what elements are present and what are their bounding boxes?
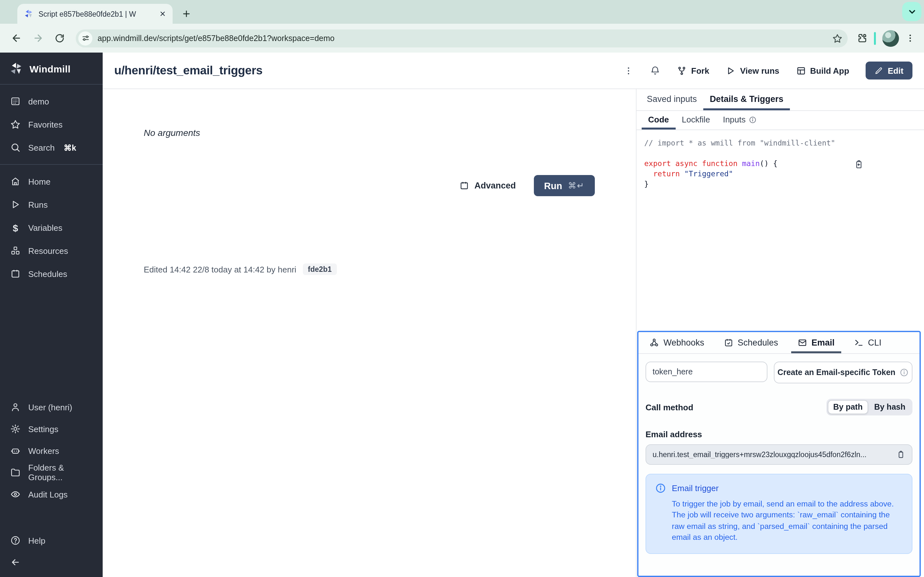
sidebar-collapse-button[interactable] [0, 551, 103, 573]
copy-icon[interactable] [897, 450, 905, 459]
create-email-token-button[interactable]: Create an Email-specific Token [774, 362, 913, 384]
view-runs-button[interactable]: View runs [726, 66, 779, 75]
sidebar: Windmill demo Favorites [0, 53, 103, 577]
new-tab-button[interactable] [178, 5, 194, 22]
edit-button[interactable]: Edit [866, 61, 913, 79]
code-viewer[interactable]: // import * as wmill from "windmill-clie… [636, 130, 924, 216]
sidebar-item-label: Resources [28, 246, 68, 255]
tab-schedules[interactable]: Schedules [717, 332, 784, 353]
build-app-button[interactable]: Build App [796, 66, 849, 75]
site-info-icon[interactable] [78, 31, 92, 45]
tab-email[interactable]: Email [791, 332, 841, 353]
gear-icon [10, 424, 21, 434]
token-input[interactable] [646, 362, 767, 382]
sidebar-item-label: Variables [28, 223, 62, 232]
sidebar-item-label: Settings [28, 424, 58, 434]
sidebar-item-settings[interactable]: Settings [0, 418, 103, 440]
tab-webhooks[interactable]: Webhooks [643, 332, 711, 353]
browser-menu-icon[interactable] [905, 33, 915, 43]
sidebar-item-label: Favorites [28, 119, 63, 129]
url-bar[interactable]: app.windmill.dev/scripts/get/e857be88e0f… [76, 29, 848, 47]
eye-icon [10, 489, 21, 500]
fork-button[interactable]: Fork [677, 66, 709, 75]
extensions-icon[interactable] [857, 33, 867, 44]
code-comment: // import * as wmill from "windmill-clie… [644, 139, 835, 147]
sidebar-item-workers[interactable]: Workers [0, 440, 103, 462]
browser-toolbar: app.windmill.dev/scripts/get/e857be88e0f… [0, 24, 924, 53]
sidebar-item-runs[interactable]: Runs [0, 193, 103, 216]
tab-lockfile[interactable]: Lockfile [675, 111, 716, 129]
window-chevron-button[interactable] [902, 2, 921, 21]
calendar-icon [10, 269, 21, 279]
sidebar-item-home[interactable]: Home [0, 170, 103, 193]
infobox-title: Email trigger [672, 484, 719, 493]
edited-row: Edited 14:42 22/8 today at 14:42 by henr… [144, 263, 337, 275]
edited-text: Edited 14:42 22/8 today at 14:42 by henr… [144, 264, 296, 274]
email-address-label: Email address [646, 430, 913, 439]
triggers-panel: Webhooks Schedules [637, 331, 921, 577]
run-row: Advanced Run ⌘↵ [103, 175, 595, 196]
sidebar-item-schedules[interactable]: Schedules [0, 262, 103, 285]
email-address-field[interactable]: u.henri.test_email_triggers+mrsw23zlouxg… [646, 444, 913, 465]
edit-label: Edit [888, 66, 903, 75]
version-badge[interactable]: fde2b1 [303, 263, 337, 275]
home-icon [10, 176, 21, 187]
sidebar-item-folders-groups[interactable]: Folders & Groups... [0, 462, 103, 484]
code-string: "Triggered" [684, 169, 733, 178]
browser-tab[interactable]: Script e857be88e0fde2b1 | W [17, 4, 173, 24]
sidebar-item-label: Workers [28, 446, 59, 456]
info-circle-icon [655, 483, 666, 494]
create-token-label: Create an Email-specific Token [777, 368, 895, 377]
email-trigger-infobox: Email trigger To trigger the job by emai… [646, 474, 913, 554]
forward-icon[interactable] [28, 29, 47, 48]
play-outline-icon [726, 66, 736, 75]
sidebar-item-favorites[interactable]: Favorites [0, 113, 103, 136]
sidebar-item-search[interactable]: Search ⌘k [0, 136, 103, 159]
windmill-brand[interactable]: Windmill [0, 53, 103, 84]
infobox-body: To trigger the job by email, send an ema… [672, 499, 903, 544]
sidebar-item-label: Home [28, 177, 50, 186]
call-method-toggle: By path By hash [826, 399, 913, 416]
bell-icon[interactable] [650, 65, 660, 76]
folder-icon [10, 467, 21, 478]
infobox-header: Email trigger [655, 483, 903, 494]
sidebar-group-bottom: User (henri) Settings Workers [0, 396, 103, 577]
advanced-button[interactable]: Advanced [460, 181, 516, 190]
url-text: app.windmill.dev/scripts/get/e857be88e0f… [97, 34, 827, 43]
tab-code[interactable]: Code [642, 111, 675, 129]
code-kw-async: async [671, 159, 698, 168]
tab-close-icon[interactable] [157, 9, 168, 19]
by-path-option[interactable]: By path [827, 400, 869, 414]
sidebar-item-variables[interactable]: $ Variables [0, 216, 103, 239]
tab-cli[interactable]: CLI [847, 332, 888, 353]
reload-icon[interactable] [50, 29, 69, 48]
workspace-grid-icon [10, 96, 21, 106]
tab-details-triggers[interactable]: Details & Triggers [703, 89, 790, 110]
sidebar-item-label: demo [28, 97, 49, 106]
tab-saved-inputs[interactable]: Saved inputs [640, 89, 703, 110]
run-label: Run [544, 181, 562, 191]
sidebar-item-help[interactable]: Help [0, 530, 103, 551]
sidebar-item-user[interactable]: User (henri) [0, 396, 103, 418]
brand-label: Windmill [29, 63, 71, 74]
sidebar-item-workspace[interactable]: demo [0, 90, 103, 113]
bookmark-star-icon[interactable] [832, 33, 843, 43]
no-arguments-text: No arguments [144, 127, 200, 138]
code-kw-function: function [698, 159, 738, 168]
toolbar-right [854, 30, 918, 47]
tab-inputs[interactable]: Inputs [716, 111, 763, 129]
back-icon[interactable] [6, 29, 26, 48]
sidebar-item-audit-logs[interactable]: Audit Logs [0, 484, 103, 505]
calendar-check-icon [724, 338, 733, 348]
envelope-icon [797, 338, 807, 348]
fork-label: Fork [691, 66, 709, 75]
sidebar-item-resources[interactable]: Resources [0, 239, 103, 262]
sidebar-item-label: Audit Logs [28, 490, 68, 499]
by-hash-option[interactable]: By hash [869, 400, 911, 414]
profile-avatar[interactable] [882, 30, 899, 47]
code-close-brace: } [644, 179, 649, 189]
copy-code-icon[interactable] [854, 139, 916, 190]
page-title: u/henri/test_email_triggers [114, 63, 262, 77]
run-button[interactable]: Run ⌘↵ [534, 175, 595, 196]
kebab-menu-icon[interactable] [624, 66, 633, 75]
